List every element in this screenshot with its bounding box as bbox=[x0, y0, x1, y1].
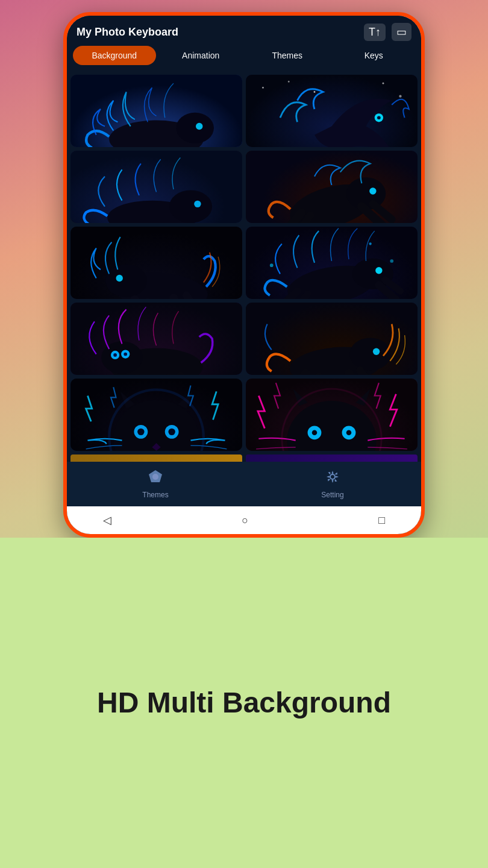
font-size-button[interactable]: T↑ bbox=[364, 24, 386, 41]
title-icons: T↑ ▭ bbox=[364, 23, 411, 41]
image-10[interactable] bbox=[246, 379, 418, 451]
minimize-button[interactable]: ▭ bbox=[392, 23, 411, 41]
image-7[interactable] bbox=[70, 303, 242, 375]
image-4[interactable] bbox=[246, 151, 418, 223]
back-button[interactable]: ◁ bbox=[103, 514, 111, 527]
tab-animation[interactable]: Animation bbox=[160, 46, 243, 65]
bottom-section: HD Multi Background bbox=[0, 538, 488, 868]
svg-point-39 bbox=[375, 267, 382, 274]
svg-point-41 bbox=[390, 259, 393, 263]
gear-icon bbox=[325, 469, 340, 488]
svg-point-12 bbox=[314, 91, 316, 93]
svg-point-67 bbox=[312, 430, 318, 436]
tab-themes[interactable]: Themes bbox=[246, 46, 329, 65]
bottom-title: HD Multi Background bbox=[97, 685, 391, 720]
tab-bar: Background Animation Themes Keys bbox=[67, 46, 421, 71]
recents-button[interactable]: □ bbox=[378, 514, 385, 527]
nav-setting-label: Setting bbox=[321, 491, 343, 499]
svg-point-16 bbox=[377, 116, 381, 119]
svg-point-33 bbox=[105, 265, 146, 297]
image-5[interactable] bbox=[70, 227, 242, 299]
phone-device: My Photo Keyboard T↑ ▭ Background Animat… bbox=[63, 12, 425, 538]
svg-point-34 bbox=[116, 275, 123, 281]
nav-themes[interactable]: Themes bbox=[67, 467, 244, 502]
image-2[interactable] bbox=[246, 75, 418, 147]
svg-point-69 bbox=[346, 430, 352, 436]
nav-themes-label: Themes bbox=[142, 491, 168, 499]
svg-point-72 bbox=[152, 474, 158, 480]
home-button[interactable]: ○ bbox=[242, 514, 248, 527]
bottom-nav: Themes bbox=[67, 462, 421, 506]
svg-point-48 bbox=[113, 353, 117, 357]
svg-point-2 bbox=[176, 113, 214, 143]
svg-point-73 bbox=[330, 474, 335, 479]
app-title: My Photo Keyboard bbox=[77, 26, 178, 39]
svg-point-40 bbox=[270, 263, 274, 267]
phone-screen: My Photo Keyboard T↑ ▭ Background Animat… bbox=[67, 16, 421, 534]
svg-point-55 bbox=[373, 348, 380, 355]
pentagon-icon bbox=[148, 469, 163, 488]
image-3[interactable] bbox=[70, 151, 242, 223]
nav-setting[interactable]: Setting bbox=[244, 467, 421, 502]
svg-point-7 bbox=[196, 123, 202, 130]
image-1[interactable] bbox=[70, 75, 242, 147]
image-grid bbox=[67, 71, 421, 454]
image-8[interactable] bbox=[246, 303, 418, 375]
image-6[interactable] bbox=[246, 227, 418, 299]
svg-point-10 bbox=[262, 87, 264, 89]
svg-point-13 bbox=[383, 83, 384, 84]
title-bar: My Photo Keyboard T↑ ▭ bbox=[67, 16, 421, 46]
tab-keys[interactable]: Keys bbox=[333, 46, 416, 65]
svg-point-11 bbox=[288, 81, 290, 83]
svg-point-42 bbox=[369, 242, 371, 245]
svg-point-14 bbox=[399, 95, 401, 97]
svg-point-25 bbox=[194, 201, 201, 207]
tab-background[interactable]: Background bbox=[73, 46, 156, 65]
svg-point-30 bbox=[369, 187, 376, 194]
android-nav-bar: ◁ ○ □ bbox=[67, 506, 421, 534]
svg-point-62 bbox=[168, 429, 175, 435]
phone-frame: My Photo Keyboard T↑ ▭ Background Animat… bbox=[63, 12, 425, 538]
svg-point-60 bbox=[137, 429, 144, 435]
svg-point-20 bbox=[169, 190, 212, 223]
svg-point-50 bbox=[124, 353, 127, 356]
image-9[interactable] bbox=[70, 379, 242, 451]
